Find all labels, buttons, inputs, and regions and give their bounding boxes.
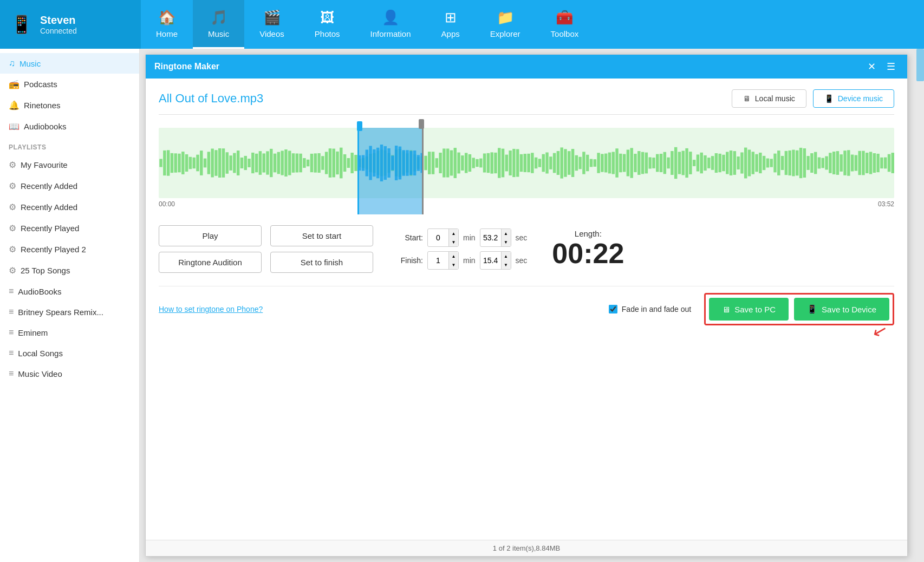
gear-icon-1: ⚙ xyxy=(9,160,16,170)
svg-rect-177 xyxy=(806,156,809,170)
device-name: Steven xyxy=(40,14,77,27)
device-music-button[interactable]: 📱 Device music xyxy=(813,89,894,108)
svg-rect-94 xyxy=(502,149,504,178)
list-icon-3: ≡ xyxy=(9,328,14,337)
sidebar-item-recently-played-1[interactable]: ⚙ Recently Played xyxy=(0,218,139,239)
tab-toolbox[interactable]: 🧰 Toolbox xyxy=(536,0,594,49)
svg-rect-196 xyxy=(876,154,879,172)
tab-videos[interactable]: 🎬 Videos xyxy=(244,0,300,49)
svg-rect-141 xyxy=(674,147,677,179)
svg-rect-175 xyxy=(799,148,802,178)
start-min-down[interactable]: ▼ xyxy=(448,238,458,246)
tab-information[interactable]: 👤 Information xyxy=(355,0,426,49)
svg-rect-74 xyxy=(428,152,431,174)
sidebar-item-my-favourite[interactable]: ⚙ My Favourite xyxy=(0,154,139,175)
svg-rect-137 xyxy=(660,154,662,172)
tab-explorer[interactable]: 📁 Explorer xyxy=(475,0,536,49)
svg-rect-105 xyxy=(542,154,545,172)
sidebar-item-eminem-label: Eminem xyxy=(18,328,48,337)
sidebar-item-recently-played-2-label: Recently Played 2 xyxy=(21,245,86,254)
sidebar-item-recently-played-2[interactable]: ⚙ Recently Played 2 xyxy=(0,239,139,260)
svg-rect-88 xyxy=(479,159,482,168)
svg-rect-39 xyxy=(299,154,302,173)
sidebar-item-eminem[interactable]: ≡ Eminem xyxy=(0,322,139,343)
sidebar-item-ringtones[interactable]: 🔔 Rinetones xyxy=(0,95,139,116)
tab-apps[interactable]: ⊞ Apps xyxy=(426,0,475,49)
svg-rect-166 xyxy=(766,159,769,168)
ringtones-icon: 🔔 xyxy=(9,100,19,110)
tab-music[interactable]: 🎵 Music xyxy=(193,0,244,49)
sidebar-item-podcasts[interactable]: 📻 Podcasts xyxy=(0,74,139,95)
save-to-device-button[interactable]: 📱 Save to Device xyxy=(794,298,889,321)
sidebar-item-local-songs-label: Local Songs xyxy=(18,349,63,358)
modal-close-button[interactable]: ✕ xyxy=(864,60,879,74)
main-area: ♫ Music 📻 Podcasts 🔔 Rinetones 📖 Audiobo… xyxy=(0,49,924,562)
right-scrollbar[interactable] xyxy=(916,49,924,562)
svg-rect-154 xyxy=(722,155,725,171)
ringtone-audition-button[interactable]: Ringtone Audition xyxy=(159,252,262,273)
sidebar-item-local-songs[interactable]: ≡ Local Songs xyxy=(0,343,139,363)
modal-body: All Out of Love.mp3 🖥 Local music 📱 Devi… xyxy=(146,79,907,540)
sidebar-item-recently-added-2[interactable]: ⚙ Recently Added xyxy=(0,197,139,218)
waveform-container[interactable]: // Will generate via JS below 00:00 xyxy=(159,128,894,214)
svg-rect-30 xyxy=(266,151,269,174)
set-start-button[interactable]: Set to start xyxy=(270,225,373,246)
svg-rect-113 xyxy=(571,149,574,177)
svg-rect-124 xyxy=(612,152,615,174)
selection-overlay[interactable] xyxy=(357,128,424,214)
svg-rect-128 xyxy=(627,149,629,176)
play-button[interactable]: Play xyxy=(159,225,262,246)
svg-rect-156 xyxy=(730,151,732,175)
local-music-button[interactable]: 🖥 Local music xyxy=(732,89,806,108)
start-sec-down[interactable]: ▼ xyxy=(501,238,511,246)
modal-header: Ringtone Maker ✕ ☰ xyxy=(146,55,907,79)
start-handle[interactable] xyxy=(357,121,362,131)
finish-sec-up[interactable]: ▲ xyxy=(501,252,511,260)
sidebar-item-audiobooks-pl[interactable]: ≡ AudioBooks xyxy=(0,281,139,302)
finish-min-up[interactable]: ▲ xyxy=(448,252,458,260)
sidebar-item-britney[interactable]: ≡ Britney Spears Remix... xyxy=(0,302,139,322)
start-min-up[interactable]: ▲ xyxy=(448,229,458,238)
svg-rect-45 xyxy=(321,156,324,169)
svg-rect-4 xyxy=(171,153,173,173)
svg-rect-11 xyxy=(196,155,199,172)
sidebar-item-music-video[interactable]: ≡ Music Video xyxy=(0,363,139,384)
gear-icon-2: ⚙ xyxy=(9,181,16,191)
svg-rect-197 xyxy=(880,158,883,168)
apps-icon: ⊞ xyxy=(445,9,457,26)
sidebar-item-25-top-songs[interactable]: ⚙ 25 Top Songs xyxy=(0,260,139,281)
finish-sec-down[interactable]: ▼ xyxy=(501,260,511,269)
modal-menu-button[interactable]: ☰ xyxy=(883,60,899,74)
how-to-link[interactable]: How to set ringtone on Phone? xyxy=(159,305,263,313)
scroll-thumb[interactable] xyxy=(916,49,924,81)
tab-home[interactable]: 🏠 Home xyxy=(141,0,193,49)
sidebar-item-recently-added-1[interactable]: ⚙ Recently Added xyxy=(0,175,139,197)
svg-rect-42 xyxy=(310,154,313,172)
end-handle[interactable] xyxy=(419,119,424,129)
svg-rect-114 xyxy=(575,155,578,171)
svg-rect-112 xyxy=(568,151,570,175)
fade-checkbox[interactable] xyxy=(609,305,617,313)
svg-rect-182 xyxy=(825,156,828,170)
tab-photos[interactable]: 🖼 Photos xyxy=(300,0,355,49)
save-to-pc-button[interactable]: 🖥 Save to PC xyxy=(709,298,789,321)
finish-min-down[interactable]: ▼ xyxy=(448,260,458,269)
svg-rect-146 xyxy=(693,160,695,166)
sidebar-item-audiobooks[interactable]: 📖 Audiobooks xyxy=(0,116,139,137)
svg-rect-144 xyxy=(685,148,688,178)
start-min-label: min xyxy=(463,233,476,242)
gear-icon-4: ⚙ xyxy=(9,223,16,233)
start-sec-up[interactable]: ▲ xyxy=(501,229,511,238)
svg-rect-1 xyxy=(159,159,162,167)
svg-rect-41 xyxy=(307,160,309,166)
length-label: Length: xyxy=(552,229,624,238)
svg-rect-134 xyxy=(648,157,651,168)
svg-rect-199 xyxy=(888,154,890,172)
set-finish-button[interactable]: Set to finish xyxy=(270,252,373,273)
svg-rect-21 xyxy=(233,153,236,173)
svg-rect-25 xyxy=(248,159,250,167)
sidebar-item-music[interactable]: ♫ Music xyxy=(0,53,139,74)
sidebar-item-music-label: Music xyxy=(19,59,41,68)
finish-label: Finish: xyxy=(395,256,423,265)
save-buttons-wrapper: 🖥 Save to PC 📱 Save to Device ↙ xyxy=(704,293,894,325)
